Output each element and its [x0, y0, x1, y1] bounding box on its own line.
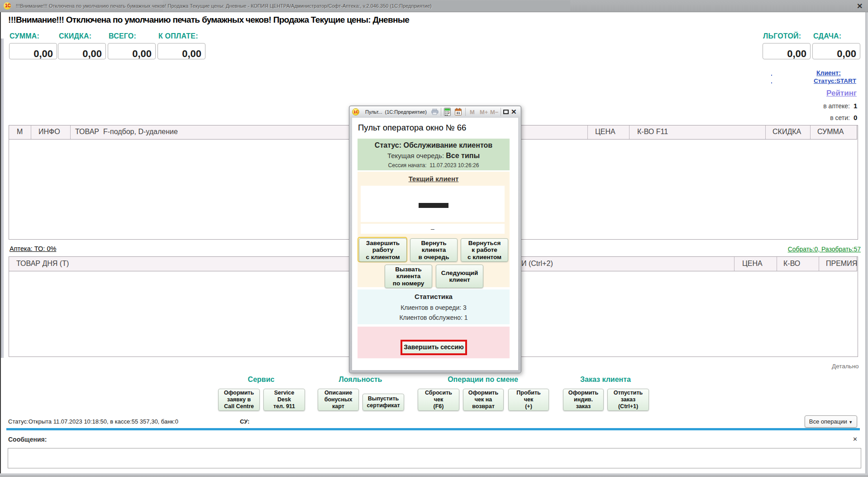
svg-text:31: 31: [456, 111, 460, 115]
